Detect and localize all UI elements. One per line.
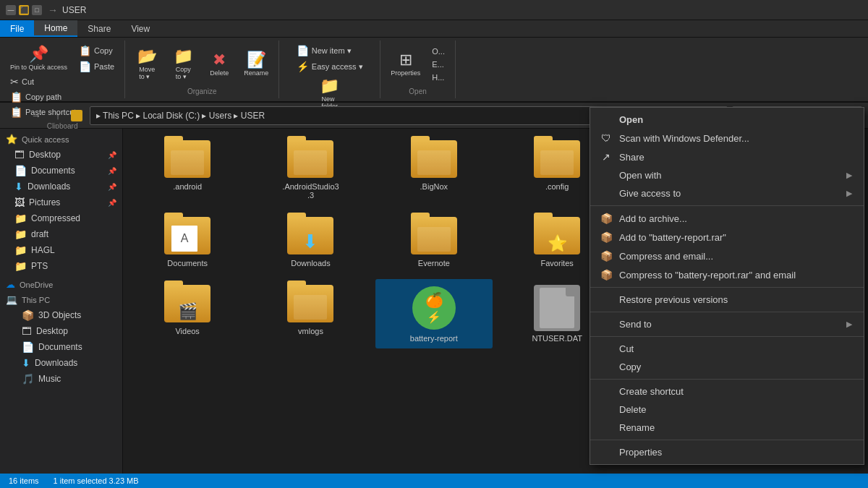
sidebar-item-3d[interactable]: 📦 3D Objects [0,307,122,323]
copy-to-button[interactable]: 📁 Copyto ▾ [167,46,199,83]
folder-icon-evernote [411,217,457,256]
file-item-vmlogs[interactable]: vmlogs [252,279,369,348]
ctx-scan[interactable]: 🛡 Scan with Windows Defender... [590,129,864,147]
organize-group: 📂 Moveto ▾ 📁 Copyto ▾ ✖ Delete 📝 Rename … [125,40,279,98]
sidebar-item-desktop[interactable]: 🗔 Desktop 📌 [0,147,122,163]
window-icons[interactable]: — ⬛ □ [6,5,42,15]
open-ribbon-button[interactable]: O... [427,46,449,57]
file-item-androidstudio[interactable]: .AndroidStudio3.3 [252,134,369,205]
documents-sidebar-icon: 📄 [14,165,27,176]
file-item-documents[interactable]: A Documents [129,211,246,273]
rename-button[interactable]: 📝 Rename [239,49,273,80]
clipboard-group: 📌 Pin to Quick access 📋 Copy 📄 Paste ✂ C… [0,40,125,98]
sidebar-item-documents[interactable]: 📄 Documents 📌 [0,163,122,179]
easy-access-button[interactable]: ⚡ Easy access ▾ [292,59,367,74]
pin-to-quick-button[interactable]: 📌 Pin to Quick access [6,43,72,74]
folder-icon-favorites: ⭐ [534,217,580,256]
sidebar-item-hagl[interactable]: 📁 HAGL [0,242,122,258]
ctx-open-with[interactable]: Open with ▶ [590,166,864,184]
tab-share[interactable]: Share [77,20,121,37]
ctx-delete[interactable]: Delete [590,401,864,419]
ctx-add-archive[interactable]: 📦 Add to archive... [590,209,864,228]
tab-view[interactable]: View [121,20,160,37]
sidebar-item-compressed[interactable]: 📁 Compressed [0,210,122,226]
tab-file[interactable]: File [0,20,34,37]
delete-button[interactable]: ✖ Delete [203,49,235,80]
ctx-properties[interactable]: Properties [590,443,864,461]
ctx-create-shortcut[interactable]: Create shortcut [590,382,864,401]
sidebar-item-documents-pc[interactable]: 📄 Documents [0,339,122,355]
cut-button[interactable]: ✂ Cut [6,74,119,89]
status-selected-info: 1 item selected 3.23 MB [54,476,139,485]
ctx-compress-rar-email[interactable]: 📦 Compress to "battery-report.rar" and e… [590,265,864,284]
sidebar-item-downloads[interactable]: ⬇ Downloads 📌 [0,179,122,194]
file-item-evernote[interactable]: Evernote [375,211,493,273]
ctx-share[interactable]: ↗ Share [590,147,864,166]
pts-sidebar-icon: 📁 [14,260,27,272]
music-sidebar-icon: 🎵 [22,373,34,385]
compressed-sidebar-icon: 📁 [14,213,27,224]
file-item-battery-report[interactable]: 🍊 ⚡ battery-report [375,279,493,348]
ctx-add-rar[interactable]: 📦 Add to "battery-report.rar" [590,228,864,247]
open-group: ⊞ Properties O... E... H... Open [380,40,456,98]
this-pc-header[interactable]: 💻 This PC [0,292,122,307]
sidebar-item-pictures[interactable]: 🖼 Pictures 📌 [0,194,122,210]
file-item-downloads[interactable]: ⬇ Downloads [252,211,369,273]
move-icon: 📂 [137,48,157,64]
title-bar: — ⬛ □ → USER [0,0,868,20]
minimize-icon[interactable]: — [6,5,16,15]
new-folder-icon: 📁 [320,78,339,94]
ctx-compress-email[interactable]: 📦 Compress and email... [590,247,864,265]
sidebar-item-downloads-pc[interactable]: ⬇ Downloads [0,355,122,371]
ctx-divider-3 [590,312,864,312]
sidebar-item-music[interactable]: 🎵 Music [0,371,122,387]
onedrive-header[interactable]: ☁ OneDrive [0,277,122,292]
properties-button[interactable]: ⊞ Properties [386,49,425,80]
properties-icon: ⊞ [399,52,412,68]
file-item-android[interactable]: .android [129,134,246,205]
ctx-compress-email-icon: 📦 [599,250,613,262]
back-button[interactable]: ← [6,107,23,124]
move-to-button[interactable]: 📂 Moveto ▾ [131,46,163,83]
ctx-cut[interactable]: Cut [590,340,864,358]
ctx-send-to[interactable]: Send to ▶ [590,315,864,333]
ctx-copy[interactable]: Copy [590,358,864,376]
ctx-add-archive-icon: 📦 [599,213,613,224]
title-text: USER [62,5,86,15]
quick-access-header[interactable]: ⭐ Quick access [0,132,122,147]
window-icon[interactable]: ⬛ [19,5,29,15]
history-button[interactable]: H... [427,72,449,83]
paste-button[interactable]: 📄 Paste [75,59,119,74]
status-bar: 16 items 1 item selected 3.23 MB [0,474,868,488]
downloads-pc-sidebar-icon: ⬇ [22,357,30,369]
sidebar-item-desktop-pc[interactable]: 🗔 Desktop [0,323,122,339]
new-item-button[interactable]: 📄 New item ▾ [292,43,356,58]
tab-home[interactable]: Home [34,20,77,37]
pin-downloads-icon: 📌 [108,183,116,191]
file-item-videos[interactable]: 🎬 Videos [129,279,246,348]
ctx-rename[interactable]: Rename [590,419,864,437]
copy-path-button[interactable]: 📋 Copy path [6,90,119,104]
copy-button[interactable]: 📋 Copy [75,43,119,58]
ctx-give-access-arrow: ▶ [846,189,852,198]
sidebar-item-draft[interactable]: 📁 draft [0,226,122,242]
ctx-give-access[interactable]: Give access to ▶ [590,184,864,202]
edit-button[interactable]: E... [427,59,449,70]
forward-button[interactable]: → [27,107,45,124]
maximize-icon[interactable]: □ [32,5,42,15]
sidebar-item-pts[interactable]: 📁 PTS [0,258,122,274]
documents-pc-sidebar-icon: 📄 [22,341,34,353]
file-item-bignox[interactable]: .BigNox [375,134,493,205]
up-button[interactable]: ↑ [49,107,67,124]
hagl-sidebar-icon: 📁 [14,244,27,256]
folder-nav-icon: → [48,4,58,16]
pin-pictures-icon: 📌 [108,199,116,207]
desktop-pc-sidebar-icon: 🗔 [22,325,32,337]
ctx-open[interactable]: Open [590,111,864,129]
scissors-icon: ✂ [10,76,19,87]
pictures-sidebar-icon: 🖼 [14,197,25,208]
ctx-divider-6 [590,440,864,440]
folder-icon-bignox [411,140,457,179]
ctx-restore[interactable]: Restore previous versions [590,291,864,309]
copy-icon: 📋 [79,45,91,56]
